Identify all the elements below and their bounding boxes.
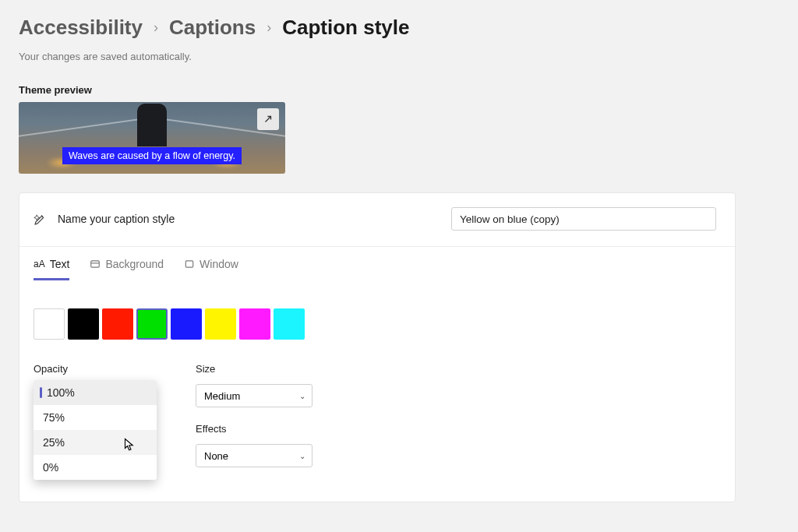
text-icon: aA [34, 259, 45, 270]
chevron-down-icon: ⌄ [299, 452, 305, 460]
opacity-option-75[interactable]: 75% [34, 405, 157, 430]
opacity-option-25[interactable]: 25% [34, 430, 157, 455]
effects-dropdown[interactable]: None ⌄ [196, 444, 312, 467]
opacity-option-label: 25% [43, 436, 65, 449]
color-swatch-red[interactable] [102, 308, 133, 340]
color-swatch-magenta[interactable] [239, 308, 270, 340]
opacity-label: Opacity [34, 363, 157, 375]
preview-silhouette [137, 104, 167, 146]
opacity-option-label: 75% [43, 411, 65, 424]
theme-preview: Waves are caused by a flow of energy. [19, 102, 285, 174]
caption-style-name-input[interactable] [451, 207, 716, 231]
effects-label: Effects [196, 423, 319, 435]
name-style-row: Name your caption style [19, 193, 735, 238]
breadcrumb: Accessibility › Captions › Caption style [19, 16, 779, 40]
autosave-note: Your changes are saved automatically. [19, 51, 779, 62]
name-style-label: Name your caption style [58, 213, 175, 225]
chevron-right-icon: › [154, 19, 158, 36]
tab-window[interactable]: Window [184, 258, 238, 280]
chevron-down-icon: ⌄ [299, 392, 305, 400]
chevron-right-icon: › [267, 19, 271, 36]
selected-indicator [40, 387, 42, 398]
tab-background[interactable]: Background [90, 258, 164, 280]
tab-text[interactable]: aA Text [34, 258, 69, 280]
size-effects-column: Size Medium ⌄ Effects None ⌄ [196, 363, 319, 483]
opacity-option-label: 100% [47, 386, 75, 399]
color-swatch-yellow[interactable] [205, 308, 236, 340]
size-label: Size [196, 363, 319, 375]
opacity-option-100[interactable]: 100% [34, 380, 157, 405]
breadcrumb-captions[interactable]: Captions [169, 16, 256, 40]
opacity-option-0[interactable]: 0% [34, 455, 157, 480]
color-swatch-blue[interactable] [171, 308, 202, 340]
opacity-control: Opacity 100% 75% 25% [34, 363, 157, 483]
window-icon [184, 259, 195, 270]
svg-line-0 [266, 117, 271, 122]
expand-preview-button[interactable] [257, 108, 279, 130]
tab-background-label: Background [105, 258, 164, 270]
breadcrumb-accessibility[interactable]: Accessibility [19, 16, 143, 40]
theme-preview-label: Theme preview [19, 84, 779, 96]
color-swatch-black[interactable] [68, 308, 99, 340]
cursor-icon [124, 438, 136, 452]
edit-icon [34, 213, 47, 226]
size-dropdown[interactable]: Medium ⌄ [196, 384, 312, 407]
size-value: Medium [204, 390, 240, 402]
tab-window-label: Window [200, 258, 238, 270]
background-icon [90, 259, 101, 270]
color-swatch-green[interactable] [136, 308, 168, 340]
effects-value: None [204, 450, 228, 462]
breadcrumb-current: Caption style [282, 16, 409, 40]
preview-background [19, 118, 139, 137]
preview-caption-text: Waves are caused by a flow of energy. [62, 147, 242, 164]
svg-rect-3 [185, 261, 192, 267]
opacity-option-label: 0% [43, 461, 58, 474]
text-color-swatches [34, 308, 721, 340]
caption-style-card: Name your caption style aA Text Backgrou… [19, 192, 736, 502]
color-swatch-white[interactable] [34, 308, 65, 340]
expand-icon [263, 114, 274, 125]
opacity-dropdown-menu: 100% 75% 25% 0% [34, 380, 157, 480]
svg-rect-1 [91, 261, 100, 267]
style-tabs: aA Text Background Window [19, 247, 735, 280]
tab-text-label: Text [50, 258, 70, 270]
color-swatch-cyan[interactable] [274, 308, 305, 340]
